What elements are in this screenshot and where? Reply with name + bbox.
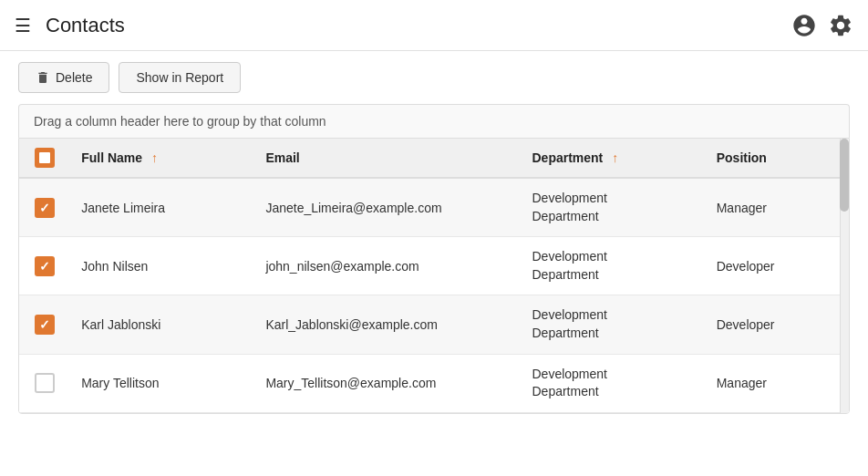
report-label: Show in Report [136,70,223,85]
show-in-report-button[interactable]: Show in Report [119,62,241,93]
group-bar: Drag a column header here to group by th… [18,104,850,138]
sort-name-icon[interactable]: ↑ [151,150,158,165]
main-content: Drag a column header here to group by th… [0,104,868,414]
contacts-table-wrapper: Full Name ↑ Email Department ↑ Position [18,138,850,414]
row-email: Mary_Tellitson@example.com [254,354,521,412]
col-dept-label: Department [532,150,603,165]
table-header-row: Full Name ↑ Email Department ↑ Position [19,139,849,178]
row-department: DevelopmentDepartment [521,237,705,295]
row-checkbox-cell[interactable]: ✓ [19,178,70,237]
col-pos-label: Position [717,150,767,165]
col-email-label: Email [265,150,299,165]
row-department: DevelopmentDepartment [521,354,705,412]
header-position[interactable]: Position [706,139,849,178]
header-email[interactable]: Email [254,139,521,178]
col-name-label: Full Name [81,150,142,165]
table-body: ✓Janete LimeiraJanete_Limeira@example.co… [19,178,849,412]
table-row: ✓Janete LimeiraJanete_Limeira@example.co… [19,178,849,237]
row-email: john_nilsen@example.com [254,237,521,295]
row-position: Developer [706,295,849,354]
row-position: Manager [706,178,849,237]
group-bar-text: Drag a column header here to group by th… [34,114,326,129]
table-row: ✓Karl JablonskiKarl_Jablonski@example.co… [19,295,849,354]
row-email: Janete_Limeira@example.com [254,178,521,237]
row-checkbox-cell[interactable] [19,354,70,412]
row-name: Mary Tellitson [70,354,254,412]
select-all-icon [39,152,50,163]
row-department: DevelopmentDepartment [521,295,705,354]
app-header: ☰ Contacts [0,0,868,51]
row-checkbox-cell[interactable]: ✓ [19,237,70,295]
menu-icon[interactable]: ☰ [15,15,31,36]
contacts-table: Full Name ↑ Email Department ↑ Position [19,139,849,413]
sort-dept-icon[interactable]: ↑ [612,150,618,165]
header-full-name[interactable]: Full Name ↑ [70,139,254,178]
row-checkbox[interactable]: ✓ [35,315,55,335]
row-checkbox[interactable]: ✓ [35,198,55,218]
row-checkbox[interactable] [35,373,55,393]
delete-button[interactable]: Delete [18,62,109,93]
row-checkbox[interactable]: ✓ [35,256,55,276]
settings-icon[interactable] [828,13,853,38]
trash-icon [36,70,50,85]
header-department[interactable]: Department ↑ [521,139,705,178]
delete-label: Delete [56,70,92,85]
scrollbar-thumb[interactable] [840,139,849,212]
account-icon[interactable] [791,13,817,38]
scrollbar-track[interactable] [840,139,849,413]
select-all-checkbox[interactable] [35,148,55,168]
row-name: John Nilsen [70,237,254,295]
row-email: Karl_Jablonski@example.com [254,295,521,354]
row-department: DevelopmentDepartment [521,178,705,237]
row-position: Manager [706,354,849,412]
row-name: Karl Jablonski [70,295,254,354]
header-checkbox-cell[interactable] [19,139,70,178]
table-scroll[interactable]: Full Name ↑ Email Department ↑ Position [19,139,849,413]
row-checkbox-cell[interactable]: ✓ [19,295,70,354]
table-row: ✓John Nilsenjohn_nilsen@example.comDevel… [19,237,849,295]
row-name: Janete Limeira [70,178,254,237]
toolbar: Delete Show in Report [0,51,868,104]
table-row: Mary TellitsonMary_Tellitson@example.com… [19,354,849,412]
header-actions [791,13,853,38]
row-position: Developer [706,237,849,295]
page-title: Contacts [46,14,791,37]
